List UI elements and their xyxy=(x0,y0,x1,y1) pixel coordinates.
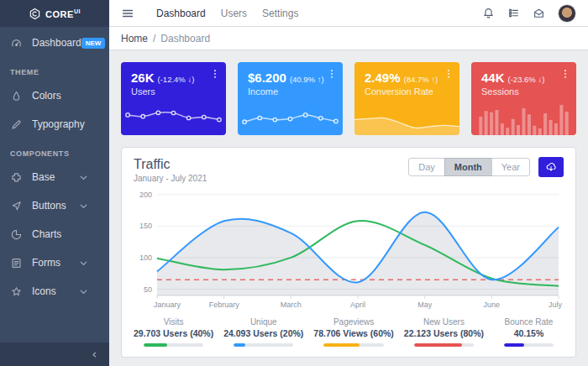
stats-footer: Visits29.703 Users (40%)Unique24.093 Use… xyxy=(122,311,575,357)
menu-icon[interactable] xyxy=(121,7,134,20)
stat-visits: Visits29.703 Users (40%) xyxy=(129,317,218,347)
sidebar-item-label: Charts xyxy=(32,228,61,240)
svg-text:February: February xyxy=(209,301,240,309)
header-nav-users[interactable]: Users xyxy=(221,8,247,19)
sidebar-item-icons[interactable]: Icons xyxy=(0,277,109,306)
svg-text:150: 150 xyxy=(139,222,152,230)
stat-progress-bar xyxy=(414,343,474,347)
stat-progress-fill xyxy=(323,343,360,347)
traffic-subtitle: January - July 2021 xyxy=(134,174,207,183)
stat-card-conversion-rate: 2.49%(84.7% ↑)Conversion Rate xyxy=(354,62,459,135)
card-label: Income xyxy=(248,86,333,97)
card-label: Sessions xyxy=(481,86,566,97)
range-button-group: DayMonthYear xyxy=(408,158,530,176)
svg-text:April: April xyxy=(350,301,365,309)
card-menu-button[interactable] xyxy=(559,68,571,80)
card-menu-button[interactable] xyxy=(209,68,221,80)
top-header: DashboardUsersSettings xyxy=(109,0,588,27)
chevron-down-icon xyxy=(77,200,90,212)
sidebar-item-label: Icons xyxy=(32,285,56,297)
drop-icon xyxy=(10,90,23,102)
stat-progress-bar xyxy=(323,343,384,347)
envelope-open-icon[interactable] xyxy=(533,7,545,19)
card-menu-button[interactable] xyxy=(326,68,338,80)
traffic-chart: 50100150200JanuaryFebruaryMarchAprilMayJ… xyxy=(134,186,564,311)
card-delta: (-23.6% ↓) xyxy=(508,75,545,84)
chevron-down-icon xyxy=(77,257,90,269)
stat-card-users: 26K(-12.4% ↓)Users xyxy=(121,62,226,135)
bell-icon[interactable] xyxy=(482,7,495,19)
app-root: COREUI DashboardNEWTHEMEColorsTypography… xyxy=(0,0,588,366)
ellipsis-vertical-icon xyxy=(559,68,571,80)
stat-progress-fill xyxy=(504,343,524,347)
breadcrumb-home-link[interactable]: Home xyxy=(121,33,148,44)
stat-progress-bar xyxy=(504,343,554,347)
ellipsis-vertical-icon xyxy=(326,68,338,80)
svg-text:50: 50 xyxy=(144,285,152,294)
breadcrumb-current: Dashboard xyxy=(160,33,210,44)
stat-pageviews: Pageviews78.706 Views (60%) xyxy=(308,317,399,347)
svg-text:100: 100 xyxy=(139,254,152,262)
card-delta: (40.9% ↑) xyxy=(290,75,324,84)
sidebar-brand[interactable]: COREUI xyxy=(0,0,109,27)
notes-icon xyxy=(10,257,23,269)
header-nav-dashboard[interactable]: Dashboard xyxy=(156,8,206,19)
sidebar-item-forms[interactable]: Forms xyxy=(0,248,109,277)
brand-text: COREUI xyxy=(45,8,81,19)
card-label: Conversion Rate xyxy=(365,86,449,97)
stat-cards-row: 26K(-12.4% ↓)Users$6.200(40.9% ↑)Income2… xyxy=(121,62,576,135)
card-delta: (84.7% ↑) xyxy=(404,75,438,84)
stat-value: 78.706 Views (60%) xyxy=(313,328,394,338)
card-value: $6.200 xyxy=(248,71,286,85)
card-sparkarea-chart xyxy=(354,102,459,135)
sidebar-item-colors[interactable]: Colors xyxy=(0,81,109,110)
header-nav: DashboardUsersSettings xyxy=(156,8,298,19)
stat-bounce-rate: Bounce Rate40.15% xyxy=(489,317,569,347)
stat-card-sessions: 44K(-23.6% ↓)Sessions xyxy=(471,62,576,135)
sidebar-item-label: Base xyxy=(32,171,55,183)
stat-progress-fill xyxy=(144,343,167,347)
stat-value: 24.093 Users (20%) xyxy=(223,328,303,338)
sidebar-section-title: COMPONENTS xyxy=(0,139,109,163)
sidebar-item-typography[interactable]: Typography xyxy=(0,110,109,139)
page-content: 26K(-12.4% ↓)Users$6.200(40.9% ↑)Income2… xyxy=(109,50,588,366)
cursor-icon xyxy=(10,200,23,212)
sidebar-minimizer-button[interactable] xyxy=(0,342,109,366)
stat-label: Visits xyxy=(134,317,213,327)
header-nav-settings[interactable]: Settings xyxy=(262,8,298,19)
stat-new-users: New Users22.123 Users (80%) xyxy=(399,317,489,347)
traffic-title: Traffic xyxy=(134,157,207,172)
chevron-down-icon xyxy=(77,171,90,184)
sidebar-item-charts[interactable]: Charts xyxy=(0,220,109,248)
sidebar: COREUI DashboardNEWTHEMEColorsTypography… xyxy=(0,0,109,366)
stat-progress-fill xyxy=(414,343,462,347)
sidebar-item-dashboard[interactable]: DashboardNEW xyxy=(0,29,109,57)
card-label: Users xyxy=(131,86,216,97)
star-icon xyxy=(10,285,23,298)
card-sparkline-chart xyxy=(121,103,226,135)
stat-unique: Unique24.093 Users (20%) xyxy=(218,317,308,347)
range-button-day[interactable]: Day xyxy=(408,158,445,176)
sidebar-item-base[interactable]: Base xyxy=(0,163,109,191)
chevron-left-icon xyxy=(90,350,99,359)
card-value: 2.49% xyxy=(365,71,401,85)
card-menu-button[interactable] xyxy=(443,68,454,80)
sidebar-item-label: Typography xyxy=(32,118,85,130)
breadcrumb: Home / Dashboard xyxy=(109,27,588,50)
svg-text:200: 200 xyxy=(139,191,152,199)
stat-value: 22.123 Users (80%) xyxy=(404,328,484,338)
stat-label: Unique xyxy=(223,317,303,327)
sidebar-nav: DashboardNEWTHEMEColorsTypographyCOMPONE… xyxy=(0,27,109,342)
chart-pie-icon xyxy=(10,228,23,241)
user-avatar[interactable] xyxy=(558,4,576,23)
chevron-down-icon xyxy=(77,285,90,298)
new-badge: NEW xyxy=(81,38,106,49)
sidebar-item-buttons[interactable]: Buttons xyxy=(0,191,109,220)
sidebar-item-label: Colors xyxy=(32,90,61,102)
list-rich-icon[interactable] xyxy=(507,7,520,19)
sidebar-item-label: Buttons xyxy=(32,200,66,212)
range-button-year[interactable]: Year xyxy=(491,158,530,176)
download-button[interactable] xyxy=(538,157,564,177)
range-button-month[interactable]: Month xyxy=(444,158,492,176)
ellipsis-vertical-icon xyxy=(443,68,454,80)
